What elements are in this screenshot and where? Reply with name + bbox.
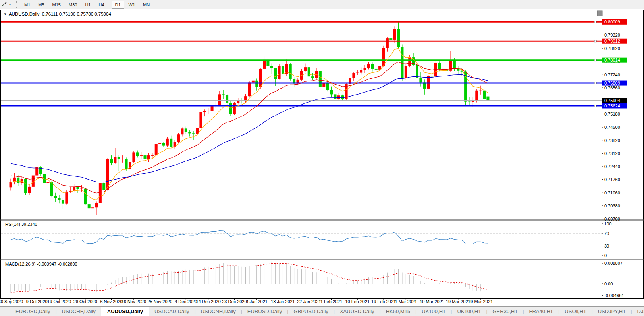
date-label: 19 Mar 2021 <box>446 299 470 304</box>
candles-layer <box>10 22 490 215</box>
svg-text:0.77940: 0.77940 <box>604 59 620 64</box>
chart-tab-fra40-h1[interactable]: FRA40,H1 <box>524 307 559 316</box>
rsi-axis: 10070300 <box>1 221 611 258</box>
chart-tab-bar: EURUSD,Daily|USDCHF,DailyAUDUSD,DailyUSD… <box>0 306 644 316</box>
chart-tab-usdchf-daily[interactable]: USDCHF,Daily <box>57 307 101 316</box>
chart-tool-icon[interactable] <box>1 2 9 7</box>
timeframe-button-h4[interactable]: H4 <box>95 1 108 9</box>
chart-tab-hk50-m15[interactable]: HK50,M15 <box>381 307 415 316</box>
svg-text:0.79012: 0.79012 <box>604 39 620 43</box>
timeframe-button-h1[interactable]: H1 <box>81 1 94 9</box>
chart-tab-usdjpy-h1[interactable]: USDJPY,H1 <box>593 307 631 316</box>
svg-text:0.79320: 0.79320 <box>604 33 620 37</box>
ma-slow <box>11 74 488 182</box>
timeframe-button-m15[interactable]: M15 <box>49 1 64 9</box>
svg-text:0.71760: 0.71760 <box>604 177 620 182</box>
chart-tab-xauusd-daily[interactable]: XAUUSD,Daily <box>335 307 380 316</box>
date-label: 29 Mar 2021 <box>468 299 493 304</box>
horizontal-lines <box>1 21 602 107</box>
chart-tab-dj30-weekly[interactable]: DJ30,Weekly <box>632 307 644 316</box>
svg-text:0.71060: 0.71060 <box>604 190 620 195</box>
toolbar-separator <box>13 1 13 8</box>
svg-text:0.78014: 0.78014 <box>604 58 620 62</box>
macd-pane <box>11 261 488 293</box>
chart-shift-marker <box>597 11 602 16</box>
date-label: 19 Oct 2020 <box>47 299 71 304</box>
svg-text:0.008807: 0.008807 <box>604 261 623 266</box>
svg-text:0.69700: 0.69700 <box>604 217 620 221</box>
svg-text:100: 100 <box>604 221 611 226</box>
svg-text:0.70380: 0.70380 <box>604 204 620 208</box>
date-label: 14 Dec 2020 <box>196 299 220 304</box>
date-label: 4 Jan 2021 <box>246 299 268 304</box>
chart-tab-uk100-h1[interactable]: UK100,H1 <box>416 307 451 316</box>
chart-tab-eurusd-daily[interactable]: EURUSD,Daily <box>242 307 287 316</box>
date-label: 22 Jan 2021 <box>297 299 321 304</box>
moving-averages <box>11 49 488 200</box>
svg-text:0.78620: 0.78620 <box>604 46 620 51</box>
chart-tab-usoil-h1[interactable]: USOil,H1 <box>559 307 591 316</box>
timeframe-toolbar: ▾ M1M5M15M30H1H4D1W1MN <box>0 0 644 9</box>
svg-text:0.75624: 0.75624 <box>604 103 620 108</box>
chart-tab-ger30-h1[interactable]: GER30,H1 <box>488 307 523 316</box>
trading-terminal: { "icons": { "dropdown": "▼", "toolbar_c… <box>0 0 644 316</box>
timeframe-button-w1[interactable]: W1 <box>125 1 139 9</box>
date-label: 28 Oct 2020 <box>73 299 97 304</box>
toolbar-separator <box>155 1 155 8</box>
chart-tab-gbpusd-daily[interactable]: GBPUSD,Daily <box>288 307 333 316</box>
date-label: 13 Jan 2021 <box>271 299 295 304</box>
timeframe-button-m1[interactable]: M1 <box>21 1 34 9</box>
price-axis: 0.793200.786200.779400.772400.765600.758… <box>602 33 620 221</box>
date-label: 1 Feb 2021 <box>320 299 343 304</box>
rsi-line <box>11 231 488 244</box>
chart-tab-uk100-h1[interactable]: UK100,H1 <box>452 307 486 316</box>
timeframe-button-m5[interactable]: M5 <box>35 1 48 9</box>
svg-text:0.75904: 0.75904 <box>604 98 620 103</box>
date-label: 1 Mar 2021 <box>395 299 417 304</box>
toolbar-separator <box>110 1 110 8</box>
ma-medium <box>11 62 488 193</box>
date-label: 16 Nov 2020 <box>121 299 146 304</box>
svg-text:-0.004961: -0.004961 <box>604 293 624 298</box>
timeframe-button-m30[interactable]: M30 <box>65 1 81 9</box>
timeframe-button-d1[interactable]: D1 <box>112 1 124 9</box>
svg-text:0.73120: 0.73120 <box>604 151 620 156</box>
timeframe-button-mn[interactable]: MN <box>139 1 153 9</box>
svg-text:0.77240: 0.77240 <box>604 72 620 77</box>
svg-text:0.00: 0.00 <box>604 281 613 286</box>
chart-tabs: EURUSD,Daily|USDCHF,DailyAUDUSD,DailyUSD… <box>10 307 644 316</box>
svg-text:0.73820: 0.73820 <box>604 138 620 143</box>
symbol-dropdown-icon[interactable]: ▼ <box>4 12 7 16</box>
date-label: 23 Dec 2020 <box>222 299 247 304</box>
date-label: 10 Mar 2021 <box>420 299 444 304</box>
svg-text:0.74500: 0.74500 <box>604 125 620 130</box>
chart-title: ▼AUDUSD,Daily 0.76111 0.76196 0.75780 0.… <box>4 12 111 16</box>
svg-text:0.75860: 0.75860 <box>604 99 620 104</box>
price-line-labels: 0.759040.800090.790120.780140.768090.756… <box>602 19 627 109</box>
date-label: 30 Sep 2020 <box>0 299 23 304</box>
svg-text:0.76560: 0.76560 <box>604 85 620 90</box>
chart-frame <box>0 10 644 299</box>
toolbar-grip[interactable] <box>16 1 17 8</box>
svg-text:0.80009: 0.80009 <box>604 19 620 24</box>
ma-fast <box>11 49 488 200</box>
chart-tab-usdcad-daily[interactable]: USDCAD,Daily <box>149 307 194 316</box>
toolbar-dropdown-caret-icon[interactable]: ▾ <box>9 3 11 6</box>
chart-tab-usdcnh-daily[interactable]: USDCNH,Daily <box>196 307 241 316</box>
date-label: 10 Feb 2021 <box>345 299 370 304</box>
chart-tab-eurusd-daily[interactable]: EURUSD,Daily <box>10 307 55 316</box>
svg-text:0.75180: 0.75180 <box>604 112 620 116</box>
macd-indicator-label: MACD(12,26,9) -0.003947 -0.002890 <box>5 262 77 266</box>
svg-text:0: 0 <box>604 253 607 258</box>
timeframe-buttons: M1M5M15M30H1H4D1W1MN <box>20 1 156 8</box>
chart-title-symbol: AUDUSD,Daily <box>9 12 39 16</box>
svg-text:70: 70 <box>604 231 609 236</box>
date-label: 25 Nov 2020 <box>147 299 172 304</box>
rsi-indicator-label: RSI(14) 39.2340 <box>5 222 37 227</box>
chart-tab-audusd-daily[interactable]: AUDUSD,Daily <box>101 307 149 316</box>
svg-text:0.72440: 0.72440 <box>604 164 620 169</box>
date-label: 19 Feb 2021 <box>371 299 396 304</box>
date-label: 6 Nov 2020 <box>100 299 122 304</box>
chart-canvas[interactable]: 0.793200.786200.779400.772400.765600.758… <box>0 0 644 316</box>
macd-axis: 0.0088070.00-0.004961 <box>602 261 624 298</box>
